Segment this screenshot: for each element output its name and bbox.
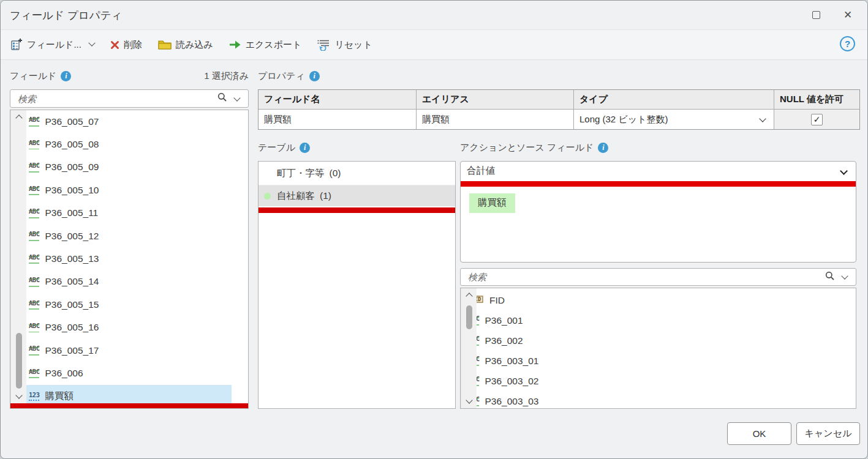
source-fields-search-input[interactable] bbox=[467, 271, 825, 283]
export-arrow-icon bbox=[229, 40, 241, 50]
titlebar: フィールド プロパティ ✕ bbox=[1, 1, 867, 29]
scroll-up-icon[interactable] bbox=[15, 114, 22, 121]
delete-button[interactable]: 削除 bbox=[110, 39, 142, 51]
properties-table: フィールド名 エイリアス タイプ NULL 値を許可 購買額 購買額 Long … bbox=[258, 89, 860, 130]
text-field-icon: ABC bbox=[29, 185, 39, 196]
text-field-icon: ABC bbox=[29, 231, 39, 241]
info-icon[interactable]: i bbox=[598, 143, 608, 153]
field-list-item[interactable]: ABCP36_005_14 bbox=[10, 271, 232, 293]
field-list-item[interactable]: ABCP36_006 bbox=[10, 362, 232, 384]
alias-cell[interactable]: 購買額 bbox=[417, 110, 574, 129]
search-options-chevron-icon[interactable] bbox=[841, 272, 848, 279]
field-list-item[interactable]: ABCP36_005_16 bbox=[10, 316, 232, 339]
ok-label: OK bbox=[753, 428, 766, 439]
fields-search-input[interactable] bbox=[17, 93, 217, 105]
field-list-item[interactable]: ABCP36_005_11 bbox=[10, 202, 232, 225]
dialog-title: フィールド プロパティ bbox=[10, 8, 123, 23]
source-field-item[interactable]: ABCP36_003_01 bbox=[461, 351, 840, 371]
field-list-item[interactable]: ABCP36_005_15 bbox=[10, 293, 232, 316]
source-field-item[interactable]: ID FID bbox=[461, 290, 840, 310]
source-field-name: P36_001 bbox=[485, 315, 523, 326]
allow-null-checkbox[interactable]: ✓ bbox=[811, 114, 823, 125]
table-name: 自社顧客 bbox=[277, 190, 315, 203]
info-icon[interactable]: i bbox=[309, 71, 320, 81]
check-icon: ✓ bbox=[813, 114, 821, 124]
source-list-scrollbar[interactable] bbox=[461, 288, 477, 408]
properties-header: プロパティ i bbox=[258, 70, 320, 82]
action-dropdown[interactable]: 合計値 bbox=[461, 162, 856, 181]
scroll-up-icon[interactable] bbox=[466, 293, 472, 299]
add-field-label: フィールド... bbox=[27, 39, 81, 51]
ok-button[interactable]: OK bbox=[727, 422, 791, 445]
source-field-chip[interactable]: 購買額 bbox=[469, 193, 515, 213]
col-header-type: タイプ bbox=[574, 90, 774, 110]
field-name: P36_005_10 bbox=[45, 185, 99, 196]
search-icon bbox=[217, 92, 227, 105]
source-field-name: P36_003_03 bbox=[485, 396, 538, 407]
text-field-icon: ABC bbox=[29, 345, 39, 356]
info-icon[interactable]: i bbox=[61, 71, 71, 81]
col-header-field-name: フィールド名 bbox=[259, 90, 417, 110]
fields-list-scrollbar[interactable] bbox=[10, 110, 26, 403]
col-header-allow-null: NULL 値を許可 bbox=[774, 90, 859, 110]
action-box: 合計値 購買額 bbox=[460, 161, 856, 263]
field-name: P36_005_17 bbox=[45, 345, 99, 356]
field-name: P36_005_07 bbox=[45, 116, 99, 127]
export-label: エクスポート bbox=[246, 39, 302, 51]
field-list-item[interactable]: ABCP36_005_09 bbox=[10, 156, 232, 179]
reset-button[interactable]: リセット bbox=[317, 39, 372, 51]
field-list-item[interactable]: ABCP36_005_13 bbox=[10, 247, 232, 270]
text-field-icon: ABC bbox=[29, 140, 39, 150]
chevron-down-icon bbox=[88, 40, 95, 47]
scrollbar-thumb[interactable] bbox=[16, 333, 22, 389]
field-name-cell[interactable]: 購買額 bbox=[259, 110, 417, 129]
field-name: P36_005_14 bbox=[45, 276, 99, 287]
source-field-item[interactable]: ABCP36_001 bbox=[461, 310, 840, 330]
field-list-item[interactable]: ABCP36_005_08 bbox=[10, 133, 232, 155]
source-field-item[interactable]: ABCP36_003_02 bbox=[461, 371, 840, 391]
field-list-item[interactable]: ABCP36_005_10 bbox=[10, 179, 232, 201]
toolbar: フィールド... 削除 読み込み bbox=[1, 29, 867, 60]
selection-status: 1 選択済み bbox=[204, 70, 249, 82]
add-field-icon bbox=[10, 39, 23, 51]
load-label: 読み込み bbox=[176, 39, 213, 51]
search-options-chevron-icon[interactable] bbox=[233, 94, 240, 101]
type-value: Long (32 ビット整数) bbox=[579, 114, 668, 125]
field-list-item[interactable]: ABCP36_005_12 bbox=[10, 225, 232, 247]
table-field-count: (0) bbox=[330, 168, 341, 179]
close-button[interactable]: ✕ bbox=[832, 1, 864, 29]
text-field-icon: ABC bbox=[29, 208, 39, 218]
table-list-item-selected[interactable]: 自社顧客 (1) bbox=[259, 185, 455, 206]
info-icon[interactable]: i bbox=[300, 143, 310, 153]
text-field-icon: ABC bbox=[29, 323, 39, 333]
field-name: P36_005_08 bbox=[45, 139, 99, 150]
add-field-menu-button[interactable]: フィールド... bbox=[10, 39, 94, 51]
reset-icon bbox=[317, 39, 330, 51]
field-name: P36_005_09 bbox=[45, 162, 99, 173]
source-field-item[interactable]: ABCP36_003_03 bbox=[461, 391, 840, 409]
field-list-item[interactable]: ABCP36_005_17 bbox=[10, 339, 232, 362]
tables-title: テーブル bbox=[258, 142, 295, 154]
maximize-button[interactable] bbox=[800, 1, 832, 29]
cancel-button[interactable]: キャンセル bbox=[796, 422, 860, 445]
allow-null-cell: ✓ bbox=[774, 110, 859, 129]
type-dropdown[interactable]: Long (32 ビット整数) bbox=[574, 110, 774, 129]
table-list-item[interactable]: 町丁・字等 (0) bbox=[259, 162, 455, 185]
source-fields-list: ID FID ABCP36_001 ABCP36_002 ABCP36_003_… bbox=[460, 288, 856, 409]
scroll-down-icon[interactable] bbox=[15, 392, 22, 398]
fields-panel-title: フィールド bbox=[10, 70, 56, 82]
scrollbar-thumb[interactable] bbox=[466, 305, 472, 329]
source-field-name: FID bbox=[489, 295, 505, 306]
field-list-item[interactable]: ABCP36_005_07 bbox=[10, 110, 232, 133]
reset-label: リセット bbox=[334, 39, 372, 51]
source-field-item[interactable]: ABCP36_002 bbox=[461, 330, 840, 351]
text-field-icon: ABC bbox=[29, 254, 39, 264]
help-button[interactable]: ? bbox=[840, 36, 855, 51]
export-button[interactable]: エクスポート bbox=[229, 39, 302, 51]
folder-icon bbox=[158, 39, 172, 50]
annotation-red-underline bbox=[461, 181, 856, 187]
scroll-down-icon[interactable] bbox=[466, 397, 472, 403]
field-properties-dialog: フィールド プロパティ ✕ フィールド... bbox=[0, 0, 868, 459]
load-button[interactable]: 読み込み bbox=[158, 39, 213, 51]
action-title: アクションとソース フィールド bbox=[460, 142, 594, 154]
